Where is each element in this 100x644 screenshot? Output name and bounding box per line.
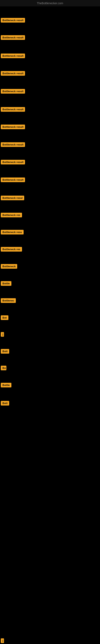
result-row-9: Bottleneck result (1, 160, 25, 165)
result-row-21: Bo (1, 366, 6, 371)
result-row-15: Bottleneck (1, 264, 17, 270)
result-row-22: Bottle (1, 383, 11, 388)
bottleneck-badge-15[interactable]: Bottleneck (1, 264, 17, 269)
result-row-24: | (1, 638, 4, 644)
bottleneck-badge-4[interactable]: Bottleneck result (1, 71, 25, 76)
result-row-3: Bottleneck result (1, 54, 25, 59)
bottleneck-badge-23[interactable]: Bott (1, 401, 9, 406)
result-row-23: Bott (1, 401, 9, 406)
result-row-19: | (1, 332, 4, 338)
result-row-1: Bottleneck result (1, 18, 25, 23)
result-row-16: Bottle (1, 281, 11, 286)
result-row-4: Bottleneck result (1, 71, 25, 76)
bottleneck-badge-11[interactable]: Bottleneck resul (1, 196, 24, 200)
bottleneck-badge-13[interactable]: Bottleneck resu (1, 230, 24, 234)
site-title: TheBottlenecker.com (0, 0, 100, 6)
result-row-7: Bottleneck result (1, 124, 25, 130)
bottleneck-badge-3[interactable]: Bottleneck result (1, 54, 25, 58)
bottleneck-badge-6[interactable]: Bottleneck result (1, 107, 25, 112)
bottleneck-badge-9[interactable]: Bottleneck result (1, 160, 25, 164)
bottleneck-badge-20[interactable]: Bott (1, 349, 9, 354)
result-row-13: Bottleneck resu (1, 230, 24, 235)
result-row-20: Bott (1, 349, 9, 354)
result-row-14: Bottleneck res (1, 247, 22, 252)
result-row-6: Bottleneck result (1, 107, 25, 112)
result-row-18: Bot (1, 315, 8, 321)
bottleneck-badge-17[interactable]: Bottlenec (1, 298, 16, 303)
result-row-5: Bottleneck result (1, 89, 25, 94)
result-row-8: Bottleneck result (1, 142, 25, 148)
bottleneck-badge-2[interactable]: Bottleneck result (1, 35, 25, 40)
bottleneck-badge-8[interactable]: Bottleneck result (1, 142, 25, 147)
bottleneck-badge-24[interactable]: | (1, 638, 4, 643)
bottleneck-badge-16[interactable]: Bottle (1, 281, 11, 286)
result-row-2: Bottleneck result (1, 35, 25, 41)
bottleneck-badge-12[interactable]: Bottleneck res (1, 213, 22, 217)
bottleneck-badge-19[interactable]: | (1, 332, 4, 337)
result-row-17: Bottlenec (1, 298, 16, 304)
bottleneck-badge-1[interactable]: Bottleneck result (1, 18, 25, 22)
bottleneck-badge-7[interactable]: Bottleneck result (1, 124, 25, 129)
bottleneck-badge-21[interactable]: Bo (1, 366, 6, 370)
bottleneck-badge-14[interactable]: Bottleneck res (1, 247, 22, 252)
result-row-12: Bottleneck res (1, 213, 22, 218)
bottleneck-badge-22[interactable]: Bottle (1, 383, 11, 388)
bottleneck-badge-10[interactable]: Bottleneck result (1, 178, 25, 182)
bottleneck-badge-5[interactable]: Bottleneck result (1, 89, 25, 94)
result-row-11: Bottleneck resul (1, 196, 24, 201)
bottleneck-badge-18[interactable]: Bot (1, 315, 8, 320)
result-row-10: Bottleneck result (1, 178, 25, 183)
